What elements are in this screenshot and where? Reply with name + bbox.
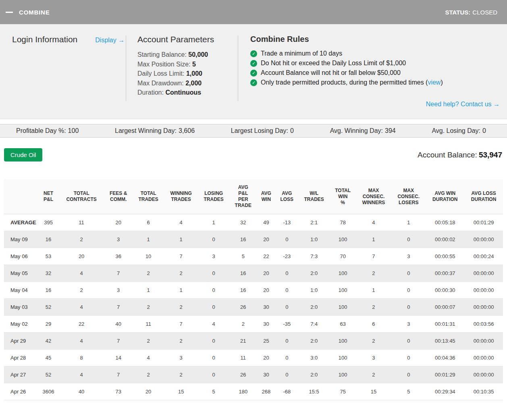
row-label: AVERAGE [4,214,38,231]
table-cell: 3 [104,231,132,248]
column-header [4,179,38,214]
table-cell: 5 [391,383,426,400]
display-link[interactable]: Display → [95,37,125,44]
column-header: W/L TRADES [298,179,330,214]
table-cell: 29 [38,316,58,333]
table-cell: 2 [164,299,198,316]
table-row: Apr 275247220263002:01002000:01:2900:00:… [4,366,503,383]
table-cell: 30 [257,299,275,316]
table-cell: 395 [38,214,58,231]
table-cell: 75 [330,383,356,400]
product-button[interactable]: Crude Oil [4,148,42,161]
combine-rules-section: Combine Rules ✓Trade a minimum of 10 day… [238,35,507,110]
table-cell: 42 [38,333,58,350]
table-cell: 78 [330,214,356,231]
table-cell: 100 [330,366,356,383]
table-header-row: NET P&L TOTAL CONTRACTS FEES & COMM. TOT… [4,179,503,214]
table-cell: 11 [59,214,104,231]
column-header: NET P&L [38,179,58,214]
table-cell: 00:10:35 [464,383,503,400]
table-cell: 5 [229,248,257,265]
table-cell: 26 [229,299,257,316]
row-label: May 03 [4,299,38,316]
parameter-max-position-size: Max Position Size: 5 [137,60,238,69]
table-cell: 3606 [38,383,58,400]
parameter-starting-balance: Starting Balance: 50,000 [137,50,238,60]
table-cell: 1 [391,214,426,231]
table-cell: 6 [133,214,164,231]
table-cell: -13 [276,214,298,231]
table-cell: 3 [164,350,198,366]
table-cell: 00:00:24 [464,248,503,265]
table-cell: 4 [59,299,104,316]
table-cell: 16 [38,231,58,248]
column-header: AVG WIN [257,179,275,214]
column-header: TOTAL WIN % [330,179,356,214]
table-cell: 2 [356,265,391,282]
table-cell: 0 [198,350,229,366]
table-cell: 100 [330,299,356,316]
table-cell: 0 [276,282,298,299]
table-cell: 20 [257,231,275,248]
check-icon: ✓ [250,60,257,67]
table-cell: 7 [164,316,198,333]
table-cell: 26 [229,366,257,383]
table-cell: 49 [257,214,275,231]
table-cell: 25 [257,333,275,350]
table-row: May 041623110162001:01001000:00:3000:00:… [4,282,503,299]
table-cell: 30 [257,316,275,333]
table-cell: 2 [133,299,164,316]
check-icon: ✓ [250,70,257,77]
table-cell: 20 [257,265,275,282]
table-cell: 00:01:31 [426,316,464,333]
table-cell: 2:1 [298,214,330,231]
table-cell: 2 [133,265,164,282]
table-cell: 0 [276,350,298,366]
table-cell: 00:01:29 [464,214,503,231]
table-cell: 5 [198,383,229,400]
view-link[interactable]: view [428,79,441,86]
table-cell: 1 [356,231,391,248]
combine-header: COMBINE STATUS:CLOSED [0,0,507,24]
table-cell: 2 [164,333,198,350]
rule-item: ✓ Only trade permitted products, during … [250,79,500,86]
table-row: May 091623110162001:01001000:00:0200:00:… [4,231,503,248]
table-cell: 0 [276,366,298,383]
table-cell: 3 [356,350,391,366]
table-cell: 2:0 [298,265,330,282]
column-header: AVG WIN DURATION [426,179,464,214]
table-row: Apr 294247220212502:01002000:13:4500:00:… [4,333,503,350]
table-cell: 100 [330,231,356,248]
table-cell: 63 [330,316,356,333]
account-balance: Account Balance:53,947 [418,151,502,159]
table-cell: 2 [133,333,164,350]
table-cell: 100 [330,350,356,366]
collapse-icon[interactable] [6,12,13,13]
table-cell: 7 [104,299,132,316]
table-cell: 1:0 [298,231,330,248]
table-toolbar: Crude Oil Account Balance:53,947 [0,138,507,161]
row-label: May 04 [4,282,38,299]
table-cell: 1 [133,231,164,248]
table-cell: 2 [229,316,257,333]
table-cell: 15:5 [298,383,330,400]
table-cell: 7 [164,248,198,265]
check-icon: ✓ [250,79,257,86]
table-cell: -23 [276,248,298,265]
table-row: Apr 2845814430112003:01003000:04:3600:00… [4,350,503,366]
status-badge: STATUS:CLOSED [445,9,497,16]
table-cell: 0 [391,265,426,282]
row-label: May 02 [4,316,38,333]
table-cell: 10 [133,248,164,265]
table-cell: 0 [391,231,426,248]
table-cell: 2:0 [298,333,330,350]
contact-us-link[interactable]: Need help? Contact us → [426,101,500,108]
daily-stats-bar: Profitable Day %:100 Largest Winning Day… [0,124,507,138]
table-cell: 20 [257,350,275,366]
status-label: STATUS: [445,9,471,16]
table-cell: 4 [59,265,104,282]
table-cell: 52 [38,366,58,383]
table-cell: 7 [104,265,132,282]
table-cell: 7 [104,333,132,350]
table-cell: 16 [229,231,257,248]
